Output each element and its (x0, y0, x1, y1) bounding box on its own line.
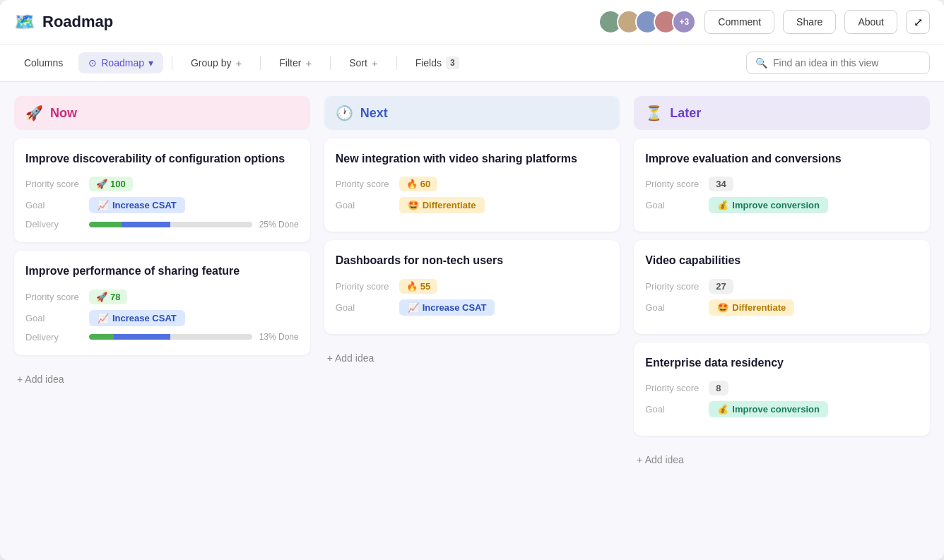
plus-icon-group: + (236, 57, 242, 69)
column-later-emoji: ⏳ (645, 105, 663, 121)
card-now-2-goal-row: Goal 📈 Increase CSAT (25, 310, 299, 326)
header: 🗺️ Roadmap +3 Comment Share About ⤢ (0, 0, 944, 44)
card-later-2-goal-badge: 🤩 Differentiate (709, 299, 794, 316)
card-later-1-priority-label: Priority score (645, 179, 702, 189)
card-later-3: Enterprise data residency Priority score… (634, 342, 930, 436)
card-later-1-goal-row: Goal 💰 Improve conversion (645, 197, 919, 213)
card-next-1-priority-badge: 🔥 60 (399, 177, 437, 191)
comment-button[interactable]: Comment (704, 10, 774, 34)
search-box: 🔍 (746, 52, 930, 74)
app-icon: 🗺️ (14, 12, 35, 32)
column-next-header: 🕐 Next (324, 96, 620, 130)
card-next-1: New integration with video sharing platf… (324, 138, 620, 232)
roadmap-icon: ⊙ (88, 57, 97, 68)
column-now-header: 🚀 Now (14, 96, 310, 130)
app-title: Roadmap (42, 13, 113, 31)
card-later-3-goal-badge: 💰 Improve conversion (709, 401, 828, 417)
card-later-3-goal-row: Goal 💰 Improve conversion (645, 401, 919, 417)
avatar-count[interactable]: +3 (672, 10, 696, 34)
avatars: +3 (598, 10, 696, 34)
card-next-1-priority-label: Priority score (336, 179, 392, 189)
card-later-1-goal-badge: 💰 Improve conversion (709, 197, 828, 213)
card-later-3-priority-row: Priority score 8 (645, 381, 919, 395)
card-now-2-goal-badge: 📈 Increase CSAT (89, 310, 185, 326)
card-next-2-title: Dashboards for non-tech users (336, 253, 609, 268)
card-next-1-goal-badge: 🤩 Differentiate (399, 197, 485, 213)
column-next: 🕐 Next New integration with video sharin… (324, 96, 620, 546)
app-window: 🗺️ Roadmap +3 Comment Share About ⤢ (0, 0, 944, 560)
card-now-1-priority-row: Priority score 🚀 100 (25, 177, 299, 191)
column-next-emoji: 🕐 (336, 105, 353, 121)
card-next-2-priority-badge: 🔥 55 (399, 279, 437, 294)
card-now-2-progress-inprogress (114, 334, 171, 340)
header-left: 🗺️ Roadmap (14, 12, 113, 32)
columns-button[interactable]: Columns (14, 52, 73, 73)
fields-badge: 3 (446, 56, 459, 69)
card-now-1-progress-bar (89, 222, 252, 227)
plus-icon-sort: + (372, 57, 378, 69)
card-next-1-goal-label: Goal (336, 200, 392, 210)
card-next-2: Dashboards for non-tech users Priority s… (324, 240, 620, 333)
column-now-emoji: 🚀 (25, 105, 43, 121)
card-later-1: Improve evaluation and conversions Prior… (634, 138, 930, 232)
card-later-2-priority-badge: 27 (709, 279, 733, 294)
card-now-2-delivery-label: Delivery (25, 332, 82, 342)
share-button[interactable]: Share (783, 10, 836, 34)
card-later-3-priority-label: Priority score (645, 383, 702, 393)
card-later-1-goal-label: Goal (645, 200, 702, 210)
card-later-2-goal-label: Goal (645, 302, 702, 313)
group-by-button[interactable]: Group by + (181, 52, 252, 74)
card-now-1-progress-done (89, 222, 122, 227)
card-later-3-priority-badge: 8 (709, 381, 728, 395)
roadmap-button[interactable]: ⊙ Roadmap ▾ (78, 52, 163, 73)
header-right: +3 Comment Share About ⤢ (598, 10, 930, 34)
card-later-1-priority-badge: 34 (709, 177, 733, 191)
card-later-2-goal-row: Goal 🤩 Differentiate (645, 299, 919, 316)
card-now-1: Improve discoverability of configuration… (14, 138, 310, 242)
card-now-1-priority-badge: 🚀 100 (89, 177, 133, 191)
card-now-1-priority-label: Priority score (25, 179, 82, 189)
card-now-1-progress-inprogress (122, 222, 170, 227)
card-later-2-title: Video capabilities (645, 253, 919, 268)
card-now-2-priority-row: Priority score 🚀 78 (25, 290, 299, 304)
card-now-2-priority-label: Priority score (25, 292, 82, 302)
card-next-2-priority-row: Priority score 🔥 55 (336, 279, 609, 294)
card-now-1-goal-label: Goal (25, 200, 82, 210)
filter-button[interactable]: Filter + (269, 52, 321, 74)
search-input[interactable] (773, 57, 921, 68)
expand-button[interactable]: ⤢ (906, 10, 930, 34)
card-later-3-goal-label: Goal (645, 404, 702, 415)
separator-2 (260, 56, 261, 70)
card-later-2: Video capabilities Priority score 27 Goa… (634, 240, 930, 333)
card-now-1-delivery-label: Delivery (25, 219, 82, 230)
card-now-2-priority-badge: 🚀 78 (89, 290, 127, 304)
column-now: 🚀 Now Improve discoverability of configu… (14, 96, 310, 546)
card-now-2-progress-done (89, 334, 114, 340)
card-next-2-priority-label: Priority score (336, 281, 392, 292)
chevron-down-icon: ▾ (148, 57, 153, 68)
card-next-2-goal-label: Goal (336, 302, 392, 313)
column-now-label: Now (50, 106, 77, 121)
card-next-1-priority-row: Priority score 🔥 60 (336, 177, 609, 191)
separator-1 (172, 56, 172, 70)
card-next-1-goal-row: Goal 🤩 Differentiate (336, 197, 609, 213)
card-now-2-title: Improve performance of sharing feature (25, 263, 299, 279)
sort-button[interactable]: Sort + (339, 52, 387, 74)
add-idea-now[interactable]: + Add idea (14, 367, 310, 392)
about-button[interactable]: About (844, 10, 897, 34)
card-later-2-priority-row: Priority score 27 (645, 279, 919, 294)
add-idea-later[interactable]: + Add idea (634, 447, 930, 472)
add-idea-next[interactable]: + Add idea (324, 345, 620, 371)
column-later: ⏳ Later Improve evaluation and conversio… (634, 96, 930, 546)
card-now-1-delivery-row: Delivery 25% Done (25, 219, 299, 230)
card-now-2: Improve performance of sharing feature P… (14, 251, 310, 355)
separator-3 (330, 56, 331, 70)
card-now-1-goal-badge: 📈 Increase CSAT (89, 197, 185, 213)
card-now-1-progress-text: 25% Done (259, 220, 299, 230)
fields-button[interactable]: Fields 3 (406, 52, 469, 74)
card-later-3-title: Enterprise data residency (645, 355, 919, 371)
column-next-label: Next (360, 106, 388, 121)
card-now-2-progress-text: 13% Done (259, 332, 299, 342)
card-later-1-title: Improve evaluation and conversions (645, 151, 919, 167)
plus-icon-filter: + (305, 57, 312, 69)
